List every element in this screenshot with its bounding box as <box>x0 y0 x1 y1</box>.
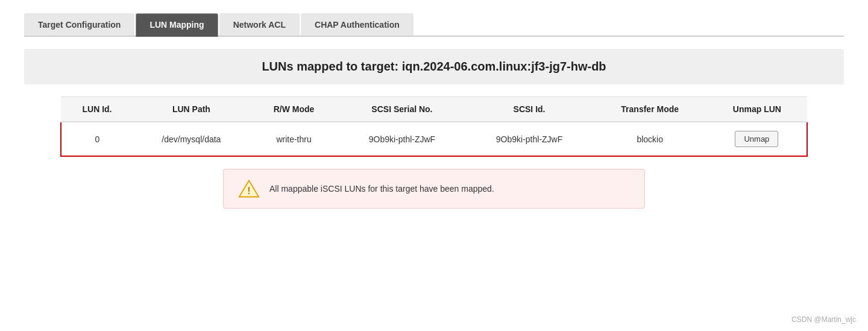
col-header-lun-path: LUN Path <box>133 97 250 122</box>
col-header-scsi-id: SCSI Id. <box>465 97 593 122</box>
svg-text:!: ! <box>247 185 250 196</box>
unmap-button[interactable]: Unmap <box>735 131 778 147</box>
notice-area: ! All mappable iSCSI LUNs for this targe… <box>60 169 808 209</box>
tab-target-config[interactable]: Target Configuration <box>24 13 134 36</box>
col-header-transfer-mode: Transfer Mode <box>593 97 707 122</box>
tabs-bar: Target Configuration LUN Mapping Network… <box>24 12 844 37</box>
notice-box: ! All mappable iSCSI LUNs for this targe… <box>223 169 645 209</box>
cell-unmap: Unmap <box>707 122 807 156</box>
col-header-unmap-lun: Unmap LUN <box>707 97 807 122</box>
cell-scsi-id: 9Ob9ki-pthl-ZJwF <box>465 122 593 156</box>
watermark: CSDN @Martin_wjc <box>791 315 856 324</box>
page-title: LUNs mapped to target: iqn.2024-06.com.l… <box>36 60 832 74</box>
warning-icon: ! <box>238 178 260 200</box>
cell-scsi-serial: 9Ob9ki-pthl-ZJwF <box>338 122 465 156</box>
cell-rw-mode: write-thru <box>250 122 339 156</box>
page-container: Target Configuration LUN Mapping Network… <box>0 0 868 331</box>
table-row: 0/dev/mysql/datawrite-thru9Ob9ki-pthl-ZJ… <box>61 122 807 156</box>
col-header-rw-mode: R/W Mode <box>250 97 339 122</box>
lun-table: LUN Id. LUN Path R/W Mode SCSI Serial No… <box>60 96 808 157</box>
tab-lun-mapping[interactable]: LUN Mapping <box>136 13 218 37</box>
tab-network-acl[interactable]: Network ACL <box>219 13 300 36</box>
col-header-scsi-serial: SCSI Serial No. <box>338 97 465 122</box>
title-bar: LUNs mapped to target: iqn.2024-06.com.l… <box>24 49 844 84</box>
cell-transfer-mode: blockio <box>593 122 707 156</box>
notice-text: All mappable iSCSI LUNs for this target … <box>269 184 494 194</box>
col-header-lun-id: LUN Id. <box>61 97 133 122</box>
table-header-row: LUN Id. LUN Path R/W Mode SCSI Serial No… <box>61 97 807 122</box>
tab-chap-auth[interactable]: CHAP Authentication <box>301 13 414 36</box>
table-section: LUN Id. LUN Path R/W Mode SCSI Serial No… <box>60 96 808 157</box>
cell-lun-path: /dev/mysql/data <box>133 122 250 156</box>
cell-lun-id: 0 <box>61 122 133 156</box>
